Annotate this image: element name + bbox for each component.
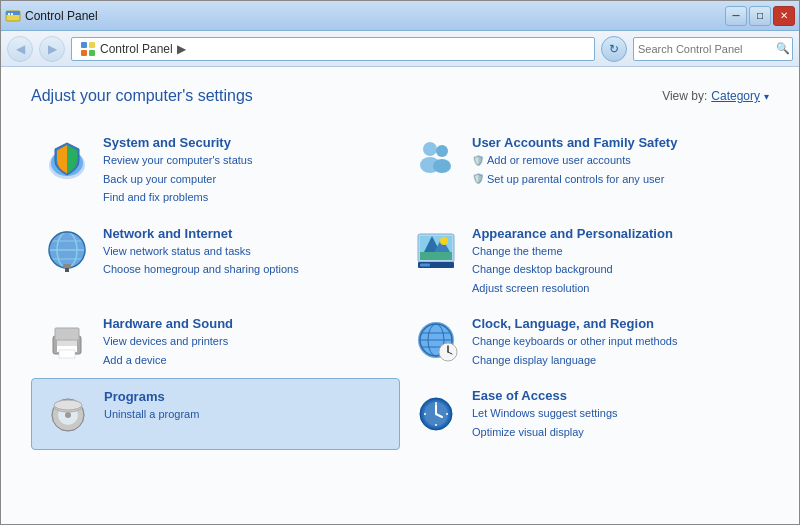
hardware-sound-icon	[43, 316, 91, 364]
view-by-chevron: ▾	[764, 91, 769, 102]
category-hardware-sound[interactable]: Hardware and Sound View devices and prin…	[31, 306, 400, 378]
ease-of-access-icon	[412, 388, 460, 436]
forward-button[interactable]: ▶	[39, 36, 65, 62]
svg-point-10	[423, 142, 437, 156]
network-internet-text: Network and Internet View network status…	[103, 226, 299, 278]
hardware-sound-name[interactable]: Hardware and Sound	[103, 316, 233, 331]
clock-language-text: Clock, Language, and Region Change keybo…	[472, 316, 677, 368]
search-box[interactable]: 🔍	[633, 37, 793, 61]
address-path: Control Panel	[100, 42, 173, 56]
clock-language-name[interactable]: Clock, Language, and Region	[472, 316, 677, 331]
system-security-link-2[interactable]: Back up your computer	[103, 171, 252, 188]
svg-rect-7	[89, 50, 95, 56]
control-panel-icon	[80, 41, 96, 57]
svg-rect-6	[81, 50, 87, 56]
search-icon[interactable]: 🔍	[776, 42, 790, 55]
programs-icon	[44, 389, 92, 437]
programs-text: Programs Uninstall a program	[104, 389, 199, 423]
address-bar: ◀ ▶ Control Panel ▶ ↻ 🔍	[1, 31, 799, 67]
programs-link-1[interactable]: Uninstall a program	[104, 406, 199, 423]
clock-language-icon	[412, 316, 460, 364]
system-security-icon	[43, 135, 91, 183]
svg-rect-29	[420, 263, 430, 266]
appearance-icon	[412, 226, 460, 274]
user-accounts-text: User Accounts and Family Safety 🛡️ Add o…	[472, 135, 677, 187]
system-security-link-3[interactable]: Find and fix problems	[103, 189, 252, 206]
svg-rect-34	[59, 350, 75, 358]
category-ease-of-access[interactable]: Ease of Access Let Windows suggest setti…	[400, 378, 769, 450]
category-appearance[interactable]: Appearance and Personalization Change th…	[400, 216, 769, 307]
hardware-sound-link-2[interactable]: Add a device	[103, 352, 233, 369]
category-user-accounts[interactable]: User Accounts and Family Safety 🛡️ Add o…	[400, 125, 769, 216]
title-bar: Control Panel ─ □ ✕	[1, 1, 799, 31]
appearance-link-2[interactable]: Change desktop background	[472, 261, 673, 278]
main-content: Adjust your computer's settings View by:…	[1, 67, 799, 524]
view-by: View by: Category ▾	[662, 89, 769, 103]
refresh-button[interactable]: ↻	[601, 36, 627, 62]
search-input[interactable]	[638, 43, 776, 55]
user-accounts-icon	[412, 135, 460, 183]
appearance-name[interactable]: Appearance and Personalization	[472, 226, 673, 241]
title-text: Control Panel	[25, 9, 98, 23]
category-system-security[interactable]: System and Security Review your computer…	[31, 125, 400, 216]
user-accounts-name[interactable]: User Accounts and Family Safety	[472, 135, 677, 150]
user-accounts-shield-icon: 🛡️	[472, 155, 484, 166]
content-header: Adjust your computer's settings View by:…	[31, 87, 769, 105]
svg-rect-2	[8, 13, 10, 15]
window-icon	[5, 8, 21, 24]
svg-point-13	[433, 159, 451, 173]
network-internet-name[interactable]: Network and Internet	[103, 226, 299, 241]
page-title: Adjust your computer's settings	[31, 87, 253, 105]
svg-rect-4	[81, 42, 87, 48]
svg-rect-3	[11, 13, 13, 15]
back-icon: ◀	[16, 42, 25, 56]
category-network-internet[interactable]: Network and Internet View network status…	[31, 216, 400, 307]
system-security-text: System and Security Review your computer…	[103, 135, 252, 206]
categories-grid: System and Security Review your computer…	[31, 125, 769, 450]
svg-point-27	[440, 237, 448, 245]
user-accounts-link-1[interactable]: Add or remove user accounts	[487, 152, 631, 169]
title-bar-controls: ─ □ ✕	[725, 6, 795, 26]
ease-of-access-link-2[interactable]: Optimize visual display	[472, 424, 618, 441]
svg-rect-24	[420, 252, 452, 260]
maximize-button[interactable]: □	[749, 6, 771, 26]
programs-name[interactable]: Programs	[104, 389, 199, 404]
address-field[interactable]: Control Panel ▶	[71, 37, 595, 61]
appearance-link-3[interactable]: Adjust screen resolution	[472, 280, 673, 297]
close-button[interactable]: ✕	[773, 6, 795, 26]
ease-of-access-text: Ease of Access Let Windows suggest setti…	[472, 388, 618, 440]
svg-rect-5	[89, 42, 95, 48]
minimize-button[interactable]: ─	[725, 6, 747, 26]
view-by-label: View by:	[662, 89, 707, 103]
user-accounts-link-2[interactable]: Set up parental controls for any user	[487, 171, 664, 188]
window: Control Panel ─ □ ✕ ◀ ▶ Control Panel	[0, 0, 800, 525]
ease-of-access-name[interactable]: Ease of Access	[472, 388, 618, 403]
path-separator: ▶	[177, 42, 186, 56]
ease-of-access-link-1[interactable]: Let Windows suggest settings	[472, 405, 618, 422]
appearance-text: Appearance and Personalization Change th…	[472, 226, 673, 297]
network-internet-link-1[interactable]: View network status and tasks	[103, 243, 299, 260]
svg-point-51	[54, 400, 82, 410]
back-button[interactable]: ◀	[7, 36, 33, 62]
appearance-link-1[interactable]: Change the theme	[472, 243, 673, 260]
system-security-name[interactable]: System and Security	[103, 135, 252, 150]
view-by-value[interactable]: Category	[711, 89, 760, 103]
category-programs[interactable]: Programs Uninstall a program	[31, 378, 400, 450]
hardware-sound-text: Hardware and Sound View devices and prin…	[103, 316, 233, 368]
category-clock-language[interactable]: Clock, Language, and Region Change keybo…	[400, 306, 769, 378]
svg-rect-21	[65, 268, 69, 272]
network-internet-link-2[interactable]: Choose homegroup and sharing options	[103, 261, 299, 278]
title-bar-left: Control Panel	[5, 8, 98, 24]
svg-point-48	[65, 412, 71, 418]
svg-point-12	[436, 145, 448, 157]
user-accounts-parental-icon: 🛡️	[472, 173, 484, 184]
svg-rect-20	[63, 264, 71, 268]
hardware-sound-link-1[interactable]: View devices and printers	[103, 333, 233, 350]
network-internet-icon	[43, 226, 91, 274]
refresh-icon: ↻	[609, 42, 619, 56]
svg-rect-32	[55, 328, 79, 340]
forward-icon: ▶	[48, 42, 57, 56]
clock-language-link-1[interactable]: Change keyboards or other input methods	[472, 333, 677, 350]
system-security-link-1[interactable]: Review your computer's status	[103, 152, 252, 169]
clock-language-link-2[interactable]: Change display language	[472, 352, 677, 369]
